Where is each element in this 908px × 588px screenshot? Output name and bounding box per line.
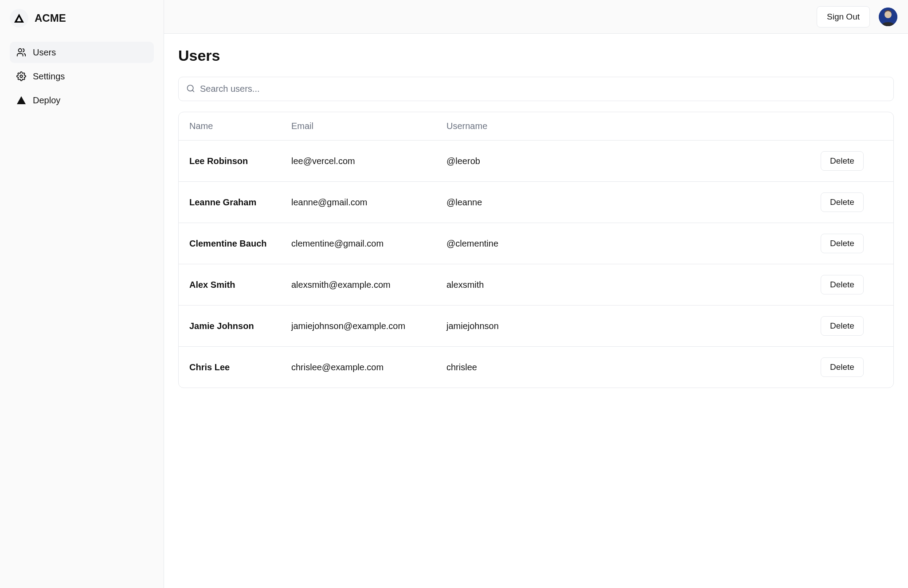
svg-point-0 bbox=[19, 49, 22, 52]
gear-icon bbox=[16, 71, 27, 82]
topbar: Sign Out bbox=[164, 0, 908, 34]
cell-username: @leanne bbox=[446, 197, 821, 208]
cell-actions: Delete bbox=[821, 357, 883, 377]
logo-icon bbox=[14, 14, 24, 23]
cell-name: Alex Smith bbox=[189, 280, 291, 290]
cell-actions: Delete bbox=[821, 192, 883, 212]
table-row: Chris Leechrislee@example.comchrisleeDel… bbox=[179, 347, 893, 388]
search-wrap bbox=[178, 77, 894, 101]
cell-email: chrislee@example.com bbox=[291, 362, 446, 372]
cell-name: Jamie Johnson bbox=[189, 321, 291, 331]
cell-email: alexsmith@example.com bbox=[291, 280, 446, 290]
cell-email: jamiejohnson@example.com bbox=[291, 321, 446, 331]
sidebar-item-label: Settings bbox=[33, 71, 65, 82]
content: Users Name Email Username Lee Robin bbox=[164, 34, 908, 588]
cell-actions: Delete bbox=[821, 316, 883, 336]
delete-button[interactable]: Delete bbox=[821, 275, 864, 294]
sidebar-nav: Users Settings Deploy bbox=[10, 42, 154, 111]
table-row: Leanne Grahamleanne@gmail.com@leanneDele… bbox=[179, 182, 893, 223]
table-row: Alex Smithalexsmith@example.comalexsmith… bbox=[179, 264, 893, 306]
cell-actions: Delete bbox=[821, 234, 883, 253]
col-username: Username bbox=[446, 121, 821, 131]
cell-username: @leerob bbox=[446, 156, 821, 166]
cell-username: chrislee bbox=[446, 362, 821, 372]
avatar[interactable] bbox=[879, 8, 897, 26]
table-header: Name Email Username bbox=[179, 112, 893, 141]
search-icon bbox=[186, 84, 195, 94]
cell-name: Clementine Bauch bbox=[189, 239, 291, 249]
main: Sign Out Users bbox=[164, 0, 908, 588]
page-title: Users bbox=[178, 47, 894, 64]
brand-row: ACME bbox=[10, 9, 154, 27]
delete-button[interactable]: Delete bbox=[821, 357, 864, 377]
users-icon bbox=[16, 47, 27, 58]
cell-actions: Delete bbox=[821, 151, 883, 171]
signout-button[interactable]: Sign Out bbox=[817, 6, 870, 27]
logo-circle bbox=[10, 9, 28, 27]
sidebar-item-label: Users bbox=[33, 47, 56, 58]
col-email: Email bbox=[291, 121, 446, 131]
table-body: Lee Robinsonlee@vercel.com@leerobDeleteL… bbox=[179, 141, 893, 388]
col-actions bbox=[821, 121, 883, 131]
cell-email: clementine@gmail.com bbox=[291, 239, 446, 249]
table-row: Lee Robinsonlee@vercel.com@leerobDelete bbox=[179, 141, 893, 182]
sidebar-item-users[interactable]: Users bbox=[10, 42, 154, 63]
sidebar: ACME Users bbox=[0, 0, 164, 588]
delete-button[interactable]: Delete bbox=[821, 234, 864, 253]
svg-line-5 bbox=[192, 90, 194, 92]
table-row: Clementine Bauchclementine@gmail.com@cle… bbox=[179, 223, 893, 264]
triangle-icon bbox=[16, 95, 27, 106]
cell-username: @clementine bbox=[446, 239, 821, 249]
brand-name: ACME bbox=[35, 12, 66, 24]
col-name: Name bbox=[189, 121, 291, 131]
cell-actions: Delete bbox=[821, 275, 883, 294]
cell-email: leanne@gmail.com bbox=[291, 197, 446, 208]
sidebar-item-label: Deploy bbox=[33, 95, 60, 106]
cell-username: alexsmith bbox=[446, 280, 821, 290]
svg-point-1 bbox=[20, 75, 23, 78]
sidebar-item-deploy[interactable]: Deploy bbox=[10, 90, 154, 111]
delete-button[interactable]: Delete bbox=[821, 151, 864, 171]
users-table: Name Email Username Lee Robinsonlee@verc… bbox=[178, 112, 894, 388]
delete-button[interactable]: Delete bbox=[821, 192, 864, 212]
table-row: Jamie Johnsonjamiejohnson@example.comjam… bbox=[179, 306, 893, 347]
sidebar-item-settings[interactable]: Settings bbox=[10, 66, 154, 87]
cell-name: Chris Lee bbox=[189, 362, 291, 372]
svg-point-3 bbox=[885, 11, 892, 18]
search-input[interactable] bbox=[178, 77, 894, 101]
cell-name: Leanne Graham bbox=[189, 197, 291, 208]
cell-email: lee@vercel.com bbox=[291, 156, 446, 166]
cell-username: jamiejohnson bbox=[446, 321, 821, 331]
delete-button[interactable]: Delete bbox=[821, 316, 864, 336]
cell-name: Lee Robinson bbox=[189, 156, 291, 166]
